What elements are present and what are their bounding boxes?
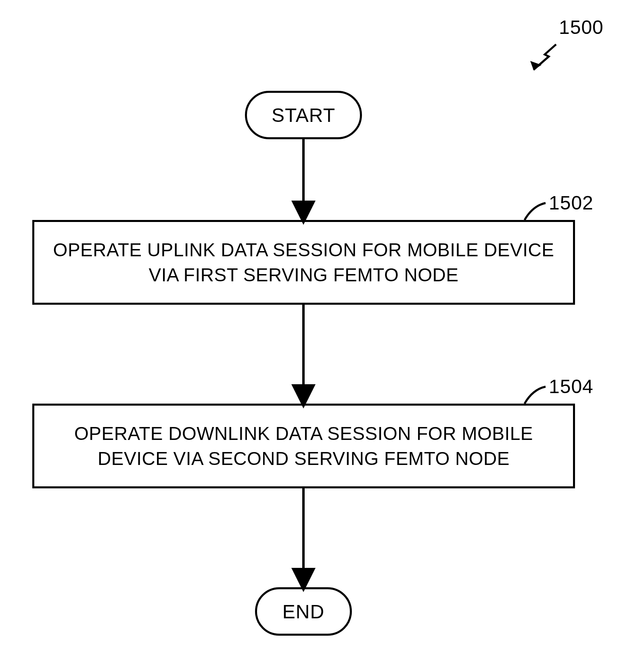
diagram-ref-leader xyxy=(530,44,556,70)
callout-leader-1502 xyxy=(525,203,546,220)
connector-layer xyxy=(0,0,642,672)
callout-leader-1504 xyxy=(525,387,546,404)
flowchart-canvas: 1500 START OPERATE UPLINK DATA SESSION F… xyxy=(0,0,642,672)
